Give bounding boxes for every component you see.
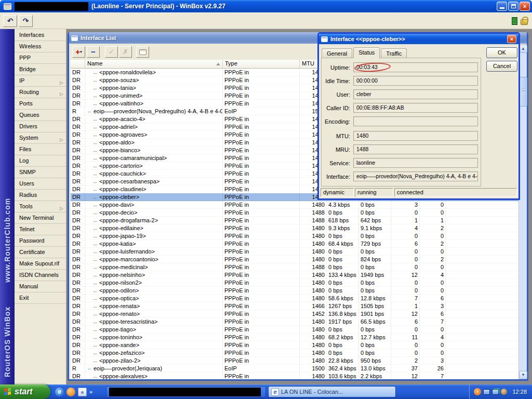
scrollbar-thumb[interactable] [519, 77, 527, 107]
table-row[interactable]: DR↔<pppoe-nilson2>PPPoE in14800 bps0 bps… [71, 279, 520, 287]
table-row[interactable]: DR↔<pppoe-zilao-2>PPPoE in148022.8 kbps9… [71, 357, 520, 365]
interface-list-title: Interface List [81, 35, 116, 41]
table-row[interactable]: DR↔<pppoe-marcoantonio>PPPoE in14800 bps… [71, 256, 520, 263]
sidebar-item-bridge[interactable]: Bridge [15, 64, 66, 75]
column-header-name[interactable]: Name [85, 60, 223, 69]
firefox-icon[interactable] [66, 388, 75, 396]
column-header-type[interactable]: Type [223, 60, 300, 69]
table-row[interactable]: DR↔<pppoe-xande>PPPoE in14800 bps0 bps00 [71, 341, 520, 349]
sidebar-item-tools[interactable]: Tools▷ [15, 201, 66, 212]
taskbar-task-redacted[interactable] [106, 386, 266, 397]
sidebar-item-telnet[interactable]: Telnet [15, 224, 66, 235]
table-row[interactable]: DR↔<pppoe-zefazico>PPPoE in14800 bps0 bp… [71, 349, 520, 357]
table-row[interactable]: DR↔<pppoe-nelsinho>PPPoE in1480133.4 kbp… [71, 271, 520, 279]
remove-interface-button[interactable]: − [87, 46, 100, 58]
cell: 1480 [300, 232, 327, 240]
sidebar-item-make-supout-rif[interactable]: Make Supout.rif [15, 258, 66, 270]
column-header-blank[interactable] [71, 60, 85, 69]
sidebar-item-certificate[interactable]: Certificate [15, 247, 66, 258]
eoip-interface-icon: ⇔ [87, 109, 92, 114]
start-button[interactable]: start [0, 384, 50, 399]
table-row[interactable]: DR↔<pppoe-optica>PPPoE in148058.6 kbps12… [71, 295, 520, 302]
cell-filler [446, 256, 520, 263]
sidebar-item-isdn-channels[interactable]: ISDN Channels [15, 270, 66, 281]
sidebar-item-ip[interactable]: IP▷ [15, 75, 66, 87]
enable-interface-button[interactable]: ✓ [105, 46, 118, 58]
table-row[interactable]: R⇔eoip----provedor(Jeriquara)EoIP1500362… [71, 365, 520, 373]
sidebar-item-files[interactable]: Files [15, 144, 66, 155]
interface-status-dialog: Interface <<pppoe-cleber>> × GeneralStat… [317, 32, 520, 200]
sidebar-item-exit[interactable]: Exit [15, 292, 66, 304]
sidebar-item-drivers[interactable]: Drivers [15, 121, 66, 132]
table-row[interactable]: DR↔<pppoe-toninho>PPPoE in148068.2 kbps1… [71, 334, 520, 341]
scroll-up-icon[interactable]: ▲ [519, 45, 527, 53]
table-row[interactable]: DR↔<pppoe-drogafarma-2>PPPoE in1488618 b… [71, 217, 520, 224]
table-row[interactable]: DR↔<pppoe-luisfernando>PPPoE in14800 bps… [71, 248, 520, 256]
scroll-down-icon[interactable]: ▼ [519, 371, 527, 379]
sidebar-item-ppp[interactable]: PPP [15, 52, 66, 64]
minimize-button[interactable] [497, 2, 507, 11]
restore-button[interactable] [508, 2, 518, 11]
table-row[interactable]: DR↔<pppoe-edilaine>PPPoE in14809.3 kbps9… [71, 224, 520, 232]
table-row[interactable]: DR↔<pppoe-japao-19>PPPoE in14800 bps0 bp… [71, 232, 520, 240]
cell: ↔<pppoe-valtinho> [85, 100, 223, 108]
cell: 1480 [300, 240, 327, 248]
sidebar-item-label: Queues [19, 112, 39, 118]
sidebar-item-log[interactable]: Log [15, 155, 66, 167]
ok-button[interactable]: OK [486, 47, 517, 58]
comment-button[interactable] [136, 46, 149, 58]
tab-general[interactable]: General [322, 48, 352, 58]
sidebar-item-ports[interactable]: Ports [15, 98, 66, 110]
cell: 22.8 kbps [327, 357, 359, 365]
table-row[interactable]: DR↔<pppoe-alexalves>PPPoE in1480103.6 kb… [71, 373, 520, 379]
table-row[interactable]: DR↔<pppoe-katia>PPPoE in148068.4 kbps729… [71, 240, 520, 248]
sidebar-item-wireless[interactable]: Wireless [15, 41, 66, 52]
cell: DR [71, 193, 85, 201]
sidebar-item-radius[interactable]: Radius [15, 190, 66, 201]
taskbar-task-laonline[interactable]: e LA ON LINE - Colocan... [268, 386, 396, 397]
add-interface-button[interactable]: +▾ [72, 46, 85, 58]
cell: 0 bps [359, 248, 391, 256]
cell: DR [71, 217, 85, 224]
network-icon[interactable] [483, 389, 490, 395]
cell: ↔<pppoe-nelsinho> [85, 271, 223, 279]
sidebar-item-queues[interactable]: Queues [15, 110, 66, 121]
tab-status[interactable]: Status [353, 47, 380, 58]
table-row[interactable]: DR↔<pppoe-renato>PPPoE in1452136.8 kbps1… [71, 310, 520, 318]
volume-icon[interactable] [501, 389, 507, 395]
quick-launch-overflow-icon[interactable]: » [89, 389, 92, 395]
redo-button[interactable]: ↷ [19, 15, 33, 27]
table-row[interactable]: DR↔<pppoe-medicinal>PPPoE in14880 bps0 b… [71, 263, 520, 271]
browser-document-icon[interactable]: e [78, 388, 87, 396]
table-row[interactable]: DR↔<pppoe-odilon>PPPoE in14800 bps0 bps0… [71, 287, 520, 295]
cancel-button[interactable]: Cancel [486, 61, 517, 72]
cell: 0 bps [327, 279, 359, 287]
sidebar-item-snmp[interactable]: SNMP [15, 167, 66, 178]
table-row[interactable]: DR↔<pppoe-teresacristina>PPPoE in1480191… [71, 318, 520, 326]
sidebar-item-new-terminal[interactable]: New Terminal [15, 212, 66, 224]
sidebar-item-routing[interactable]: Routing▷ [15, 87, 66, 98]
dialog-titlebar[interactable]: Interface <<pppoe-cleber>> × [319, 34, 518, 44]
cell: DR [71, 209, 85, 217]
cell: 7 [420, 373, 446, 379]
sidebar-item-interfaces[interactable]: Interfaces [15, 30, 66, 41]
undo-button[interactable]: ↶ [3, 15, 17, 27]
internet-explorer-icon[interactable]: e [55, 388, 64, 396]
redacted-task-label [109, 388, 261, 396]
wireless-network-icon[interactable] [492, 389, 499, 395]
sidebar-item-label: IP [19, 77, 24, 84]
close-button[interactable]: × [520, 2, 530, 11]
table-row[interactable]: DR↔<pppoe-davi>PPPoE in14804.3 kbps0 bps… [71, 201, 520, 209]
tray-collapse-icon[interactable]: ‹ [474, 388, 481, 395]
sidebar-item-password[interactable]: Password [15, 235, 66, 247]
table-row[interactable]: DR↔<pppoe-tiago>PPPoE in14800 bps0 bps00 [71, 326, 520, 334]
dialog-close-button[interactable]: × [507, 35, 516, 43]
disable-interface-button[interactable]: ✗ [119, 46, 132, 58]
sidebar-item-manual[interactable]: Manual [15, 281, 66, 292]
sidebar-item-system[interactable]: System▷ [15, 132, 66, 144]
table-row[interactable]: DR↔<pppoe-decio>PPPoE in14880 bps0 bps00 [71, 209, 520, 217]
tab-traffic[interactable]: Traffic [381, 48, 407, 58]
sidebar-item-users[interactable]: Users [15, 178, 66, 190]
table-row[interactable]: DR↔<pppoe-renata>PPPoE in14661267 bps150… [71, 302, 520, 310]
field-label: Encoding: [324, 118, 353, 125]
